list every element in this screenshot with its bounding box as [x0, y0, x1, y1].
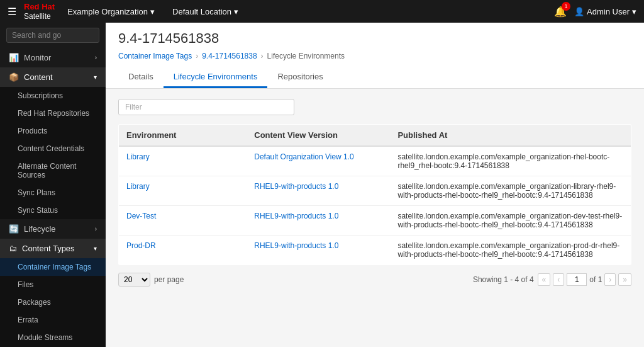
pagination-next-btn[interactable]: › — [604, 273, 616, 286]
table-row: Dev-Test RHEL9-with-products 1.0 satelli… — [119, 206, 631, 236]
content-chevron-icon: ▾ — [94, 74, 97, 81]
filter-input[interactable] — [118, 99, 294, 115]
cell-environment: Library — [119, 146, 247, 176]
sidebar-item-content-types[interactable]: 🗂 Content Types ▾ — [0, 239, 106, 258]
content-view-link[interactable]: RHEL9-with-products 1.0 — [254, 212, 338, 220]
pagination-page-input[interactable] — [567, 273, 587, 286]
cell-published-at: satellite.london.example.com/example_org… — [390, 146, 631, 176]
cell-environment: Dev-Test — [119, 206, 247, 236]
sidebar-item-sync-plans[interactable]: Sync Plans — [0, 184, 106, 202]
environment-link[interactable]: Library — [126, 182, 150, 191]
hamburger-icon[interactable]: ☰ — [8, 6, 16, 18]
pagination-prev-btn[interactable]: ‹ — [553, 273, 564, 286]
sidebar-item-errata[interactable]: Errata — [0, 311, 106, 329]
breadcrumb: Container Image Tags › 9.4-1714561838 › … — [118, 52, 631, 60]
breadcrumb-version[interactable]: 9.4-1714561838 — [202, 52, 257, 60]
tab-lifecycle-envs[interactable]: Lifecycle Environments — [164, 67, 268, 88]
environment-link[interactable]: Dev-Test — [126, 212, 156, 220]
pagination: 20 50 100 per page Showing 1 - 4 of 4 « … — [118, 273, 631, 287]
breadcrumb-sep-2: › — [261, 52, 264, 60]
lifecycle-chevron-icon: › — [95, 225, 97, 232]
cell-published-at: satellite.london.example.com/example_org… — [390, 236, 631, 265]
table-row: Library RHEL9-with-products 1.0 satellit… — [119, 176, 631, 206]
content-types-icon: 🗂 — [9, 244, 17, 253]
content-types-submenu: Container Image Tags Files Packages Erra… — [0, 258, 106, 347]
main-header: 9.4-1714561838 Container Image Tags › 9.… — [106, 23, 644, 89]
loc-label: Default Location — [172, 7, 231, 16]
sidebar-item-red-hat-repos[interactable]: Red Hat Repositories — [0, 105, 106, 122]
lifecycle-envs-table: Environment Content View Version Publish… — [118, 124, 631, 265]
cell-content-view: RHEL9-with-products 1.0 — [247, 236, 390, 265]
per-page-select[interactable]: 20 50 100 — [118, 273, 150, 287]
main-content: 9.4-1714561838 Container Image Tags › 9.… — [106, 23, 644, 347]
table-row: Prod-DR RHEL9-with-products 1.0 satellit… — [119, 236, 631, 265]
user-menu[interactable]: 👤 Admin User ▾ — [574, 7, 636, 16]
environment-link[interactable]: Prod-DR — [126, 241, 156, 250]
cell-environment: Library — [119, 176, 247, 206]
page-title: 9.4-1714561838 — [118, 30, 631, 47]
sidebar-lifecycle-label: Lifecycle — [24, 224, 56, 234]
col-header-content-view: Content View Version — [247, 125, 390, 147]
cell-published-at: satellite.london.example.com/example_org… — [390, 206, 631, 236]
monitor-chevron-icon: › — [95, 54, 97, 61]
sidebar-item-lifecycle[interactable]: 🔄 Lifecycle › — [0, 219, 106, 239]
sidebar-item-container-image-tags[interactable]: Container Image Tags — [0, 258, 106, 276]
content-types-chevron-icon: ▾ — [94, 245, 97, 252]
content-view-link[interactable]: RHEL9-with-products 1.0 — [254, 241, 338, 250]
org-label: Example Organization — [67, 7, 148, 16]
user-icon: 👤 — [574, 7, 584, 16]
brand: Red Hat Satellite — [24, 2, 55, 21]
content-view-link[interactable]: RHEL9-with-products 1.0 — [254, 182, 338, 191]
sidebar-item-module-streams[interactable]: Module Streams — [0, 329, 106, 346]
col-header-environment: Environment — [119, 125, 247, 147]
brand-text: Red Hat Satellite — [24, 2, 55, 21]
loc-selector[interactable]: Default Location ▾ — [167, 4, 243, 19]
user-chevron-icon: ▾ — [632, 7, 636, 16]
tab-repositories[interactable]: Repositories — [267, 67, 333, 88]
sidebar-item-monitor[interactable]: 📊 Monitor › — [0, 48, 106, 67]
cell-published-at: satellite.london.example.com/example_org… — [390, 176, 631, 206]
sidebar-item-sync-status[interactable]: Sync Status — [0, 202, 106, 219]
sidebar-monitor-label: Monitor — [24, 53, 51, 62]
tab-details[interactable]: Details — [118, 67, 164, 88]
sidebar-item-files[interactable]: Files — [0, 276, 106, 293]
sidebar-item-content-creds[interactable]: Content Credentials — [0, 140, 106, 157]
pagination-first-btn[interactable]: « — [538, 273, 551, 286]
topnav: ☰ Red Hat Satellite Example Organization… — [0, 0, 644, 23]
tabs: Details Lifecycle Environments Repositor… — [118, 67, 631, 88]
sidebar: 📊 Monitor › 📦 Content ▾ Subscriptions Re… — [0, 23, 106, 347]
cell-content-view: Default Organization View 1.0 — [247, 146, 390, 176]
sidebar-item-products[interactable]: Products — [0, 122, 106, 140]
breadcrumb-sep-1: › — [196, 52, 198, 60]
pagination-showing: Showing 1 - 4 of 4 — [187, 275, 533, 284]
breadcrumb-container-image-tags[interactable]: Container Image Tags — [118, 52, 192, 60]
sidebar-item-subscriptions[interactable]: Subscriptions — [0, 87, 106, 105]
sidebar-search-container — [0, 23, 106, 48]
content-submenu: Subscriptions Red Hat Repositories Produ… — [0, 87, 106, 219]
content-view-link[interactable]: Default Organization View 1.0 — [254, 152, 354, 161]
brand-red-hat: Red Hat — [24, 2, 55, 12]
brand-satellite: Satellite — [24, 12, 55, 21]
pagination-of: of 1 — [589, 275, 602, 284]
content-icon: 📦 — [9, 72, 19, 82]
content-area: Environment Content View Version Publish… — [106, 89, 644, 297]
org-selector[interactable]: Example Organization ▾ — [62, 4, 160, 19]
sidebar-item-packages[interactable]: Packages — [0, 293, 106, 311]
lifecycle-icon: 🔄 — [9, 224, 19, 234]
sidebar-item-alt-content[interactable]: Alternate Content Sources — [0, 157, 106, 184]
notifications-bell[interactable]: 🔔 1 — [554, 6, 567, 18]
sidebar-content-types-label: Content Types — [22, 244, 75, 253]
bell-badge: 1 — [562, 2, 570, 11]
pagination-controls: « ‹ of 1 › » — [538, 273, 631, 286]
cell-environment: Prod-DR — [119, 236, 247, 265]
sidebar-search-input[interactable] — [6, 28, 99, 43]
cell-content-view: RHEL9-with-products 1.0 — [247, 176, 390, 206]
user-label: Admin User — [587, 7, 630, 16]
environment-link[interactable]: Library — [126, 152, 150, 161]
cell-content-view: RHEL9-with-products 1.0 — [247, 206, 390, 236]
per-page-label: per page — [154, 275, 184, 284]
pagination-last-btn[interactable]: » — [618, 273, 631, 286]
col-header-published-at: Published At — [390, 125, 631, 147]
sidebar-item-content[interactable]: 📦 Content ▾ — [0, 67, 106, 87]
filter-bar — [118, 99, 631, 115]
